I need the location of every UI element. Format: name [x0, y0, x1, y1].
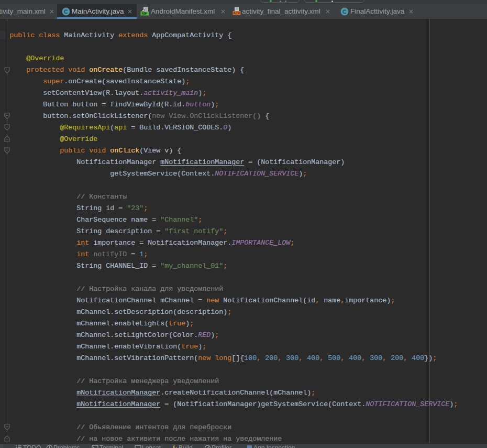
svg-text:MF: MF: [141, 11, 147, 16]
svg-text:</>: </>: [233, 11, 240, 15]
